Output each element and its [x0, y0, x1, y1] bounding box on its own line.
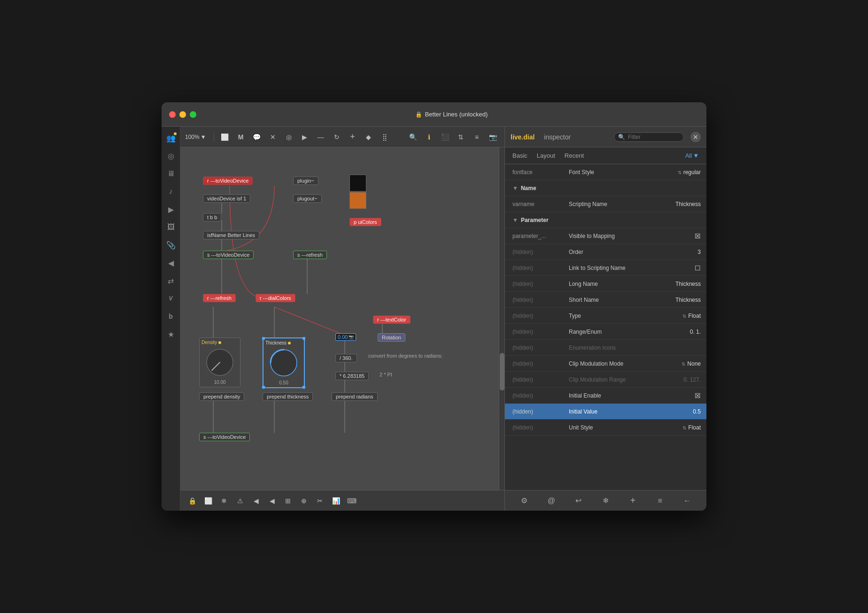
minimize-button[interactable]	[179, 111, 186, 118]
node-p-uiColors[interactable]: p uiColors	[349, 218, 381, 226]
maximize-button[interactable]	[190, 111, 196, 118]
inspector-close-button[interactable]: ✕	[690, 132, 701, 142]
sidebar-icon-play[interactable]: ▶	[163, 202, 178, 217]
density-dial-circle	[203, 346, 236, 379]
toolbar-btn-add[interactable]: +	[346, 130, 360, 144]
footer-btn-at[interactable]: @	[544, 493, 559, 508]
tab-basic[interactable]: Basic	[512, 150, 527, 161]
toolbar-btn-refresh[interactable]: ↻	[330, 130, 344, 144]
node-r-dialColors[interactable]: r ---dialColors	[256, 294, 295, 302]
sidebar-icon-star[interactable]: ★	[163, 327, 178, 342]
row-clip-mod-mode[interactable]: (hidden) Clip Modulation Mode ⇅None	[505, 356, 706, 372]
toolbar-btn-minus[interactable]: —	[314, 130, 328, 144]
row-clip-mod-range[interactable]: (hidden) Clip Modulation Range 0. 127.	[505, 372, 706, 388]
toolbar-btn-sliders[interactable]: ⇅	[454, 130, 468, 144]
toolbar-btn-x[interactable]: ✕	[266, 130, 280, 144]
search-input[interactable]	[628, 134, 680, 140]
sidebar-icon-music[interactable]: ♪	[163, 184, 178, 199]
footer-btn-menu[interactable]: ≡	[652, 493, 667, 508]
toolbar-btn-grid[interactable]: ⣿	[378, 130, 392, 144]
node-div360[interactable]: / 360.	[335, 354, 357, 362]
node-mul-pi[interactable]: * 6.283185	[335, 372, 369, 380]
toolbar-btn-info[interactable]: ℹ	[422, 130, 436, 144]
node-s-refresh[interactable]: s ---refresh	[293, 251, 327, 259]
node-plugin[interactable]: plugin~	[293, 176, 318, 185]
bottom-btn-back2[interactable]: ◀	[265, 494, 279, 507]
node-videoDevice[interactable]: videoDevice isf 1	[203, 194, 250, 203]
patch-canvas[interactable]: r ---toVideoDevice plugin~ videoDevice i…	[180, 147, 504, 490]
node-label: s ---refresh	[297, 252, 323, 258]
row-long-name[interactable]: (hidden) Long Name Thickness	[505, 276, 706, 292]
footer-btn-settings[interactable]: ⚙	[517, 493, 532, 508]
footer-btn-freeze[interactable]: ❄	[598, 493, 613, 508]
toolbar-btn-presentation[interactable]: ⬜	[218, 130, 232, 144]
toolbar-btn-comment[interactable]: 💬	[250, 130, 264, 144]
zoom-control[interactable]: 100% ▼	[185, 134, 206, 140]
dial-thickness[interactable]: Thickness 0.50	[263, 337, 305, 388]
sidebar-icon-people[interactable]: 👥	[163, 130, 178, 146]
row-short-name[interactable]: (hidden) Short Name Thickness	[505, 292, 706, 308]
bottom-btn-grid[interactable]: ⊞	[281, 494, 295, 507]
node-plugout[interactable]: plugout~	[293, 194, 322, 203]
row-link-scripting[interactable]: (hidden) Link to Scripting Name ☐	[505, 260, 706, 276]
toolbar-btn-search[interactable]: 🔍	[406, 130, 420, 144]
row-range-enum[interactable]: (hidden) Range/Enum 0. 1.	[505, 324, 706, 340]
sidebar-icon-target[interactable]: ◎	[163, 148, 178, 163]
bottom-btn-lock[interactable]: 🔒	[185, 494, 199, 507]
toolbar-btn-panes[interactable]: ⬛	[438, 130, 452, 144]
sidebar-icon-bold[interactable]: b	[163, 309, 178, 324]
bottom-btn-data[interactable]: 📊	[329, 494, 343, 507]
close-button[interactable]	[169, 111, 176, 118]
toolbar-btn-list[interactable]: ≡	[470, 130, 484, 144]
row-initial-enable[interactable]: (hidden) Initial Enable ☒	[505, 388, 706, 404]
row-type[interactable]: (hidden) Type ⇅Float	[505, 308, 706, 324]
row-parameter-visible[interactable]: parameter_... Visible to Mapping ☒	[505, 228, 706, 244]
footer-btn-return[interactable]: ↩	[571, 493, 586, 508]
row-unit-style[interactable]: (hidden) Unit Style ⇅Float	[505, 420, 706, 436]
row-fontface[interactable]: fontface Font Style ⇅regular	[505, 164, 706, 180]
node-prepend-density[interactable]: prepend density	[199, 392, 244, 401]
sidebar-icon-image[interactable]: 🖼	[163, 220, 178, 235]
canvas-scrollbar[interactable]	[499, 147, 504, 490]
row-varname[interactable]: varname Scripting Name Thickness	[505, 196, 706, 212]
row-order[interactable]: (hidden) Order 3	[505, 244, 706, 260]
sidebar-icon-vimeo[interactable]: V	[163, 291, 178, 306]
bottom-btn-freeze[interactable]: ❄	[217, 494, 231, 507]
sidebar-icon-back[interactable]: ◀	[163, 255, 178, 270]
bottom-btn-warning[interactable]: ⚠	[233, 494, 247, 507]
sidebar-icon-clip[interactable]: 📎	[163, 238, 178, 253]
sidebar-icon-screen[interactable]: 🖥	[163, 166, 178, 181]
node-tbb[interactable]: t b b	[203, 213, 221, 222]
node-r-toVideoDevice[interactable]: r ---toVideoDevice	[203, 176, 253, 185]
node-isfName[interactable]: isfName Better Lines	[203, 231, 259, 239]
toolbar-btn-play[interactable]: ▶	[298, 130, 312, 144]
footer-btn-back[interactable]: ←	[680, 493, 695, 508]
tab-layout[interactable]: Layout	[537, 150, 555, 161]
node-rotation[interactable]: Rotation	[378, 333, 405, 342]
footer-btn-add[interactable]: +	[625, 493, 640, 508]
row-initial-value[interactable]: (hidden) Initial Value 0.5	[505, 404, 706, 420]
node-number-box[interactable]: 0.00 📷	[335, 333, 356, 341]
node-s-toVideoDevice2[interactable]: s ---toVideoDevice	[199, 433, 250, 441]
toolbar-btn-target[interactable]: ◎	[282, 130, 296, 144]
node-s-toVideoDevice[interactable]: s ---toVideoDevice	[203, 251, 254, 259]
node-prepend-radians[interactable]: prepend radians	[332, 392, 378, 401]
bottom-btn-back[interactable]: ◀	[249, 494, 263, 507]
bottom-btn-cut[interactable]: ✂	[313, 494, 327, 507]
node-prepend-thickness[interactable]: prepend thickness	[263, 392, 313, 401]
bottom-btn-keyboard[interactable]: ⌨	[345, 494, 359, 507]
scrollbar-thumb[interactable]	[500, 353, 504, 391]
tab-recent[interactable]: Recent	[565, 150, 584, 161]
node-r-refresh[interactable]: r ---refresh	[203, 294, 236, 302]
bottom-btn-select[interactable]: ⬜	[201, 494, 215, 507]
dial-density[interactable]: Density 10.00	[199, 337, 240, 387]
row-enum-icons[interactable]: (hidden) Enumeration Icons	[505, 340, 706, 356]
toolbar-btn-camera[interactable]: 📷	[486, 130, 500, 144]
node-r-textColor[interactable]: r ---textColor	[373, 315, 411, 324]
tab-all[interactable]: All ▼	[685, 152, 699, 159]
bottom-btn-add[interactable]: ⊕	[297, 494, 311, 507]
toolbar-btn-diamond[interactable]: ◆	[362, 130, 376, 144]
inspector-search-bar[interactable]: 🔍	[614, 132, 684, 142]
toolbar-btn-m[interactable]: M	[234, 130, 248, 144]
sidebar-icon-replace[interactable]: ⇄	[163, 273, 178, 288]
